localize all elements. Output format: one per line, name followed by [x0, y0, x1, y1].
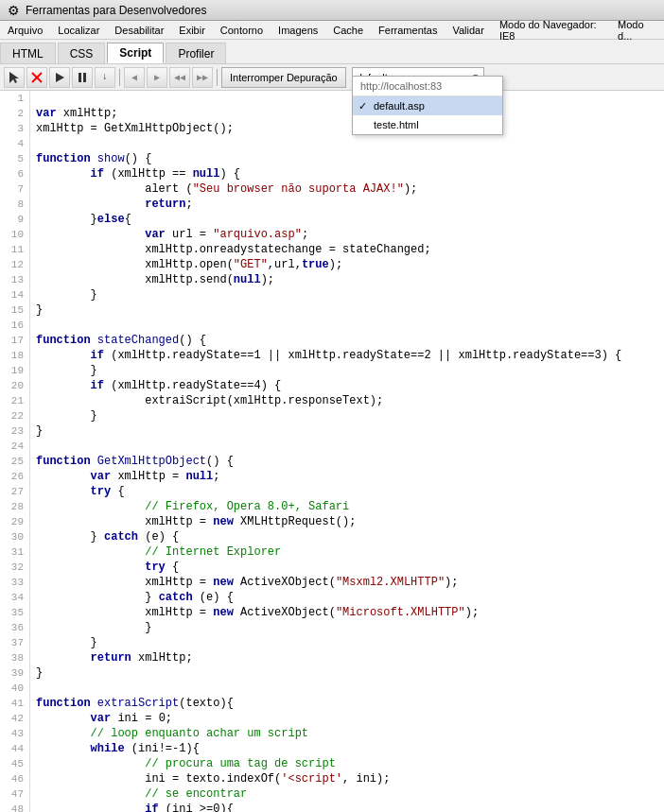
- svg-rect-4: [79, 73, 81, 82]
- play-btn[interactable]: [49, 67, 70, 88]
- code-area[interactable]: 1 2 3 4 5 6 7 8 9 10 11 12 13 14 15 16 1…: [0, 91, 664, 812]
- svg-rect-5: [83, 73, 86, 82]
- cursor-tool-btn[interactable]: [4, 67, 25, 88]
- menu-modo-navegador[interactable]: Modo do Navegador: IE8: [492, 21, 610, 39]
- pause-btn[interactable]: [72, 67, 93, 88]
- nav-back-btn[interactable]: ◀: [124, 67, 145, 88]
- title-text: Ferramentas para Desenvolvedores: [26, 4, 206, 17]
- line-numbers: 1 2 3 4 5 6 7 8 9 10 11 12 13 14 15 16 1…: [0, 91, 30, 812]
- menu-arquivo[interactable]: Arquivo: [0, 21, 50, 39]
- menu-modo-doc[interactable]: Modo d...: [610, 21, 664, 39]
- tab-profiler[interactable]: Profiler: [166, 43, 226, 63]
- tab-bar: HTML CSS Script Profiler: [0, 40, 664, 64]
- nav-prev-btn[interactable]: ◀◀: [169, 67, 190, 88]
- menu-localizar[interactable]: Localizar: [50, 21, 107, 39]
- interromper-btn[interactable]: Interromper Depuração: [221, 67, 346, 88]
- menu-cache[interactable]: Cache: [325, 21, 371, 39]
- nav-next-btn[interactable]: ▶▶: [192, 67, 213, 88]
- tab-script[interactable]: Script: [107, 43, 164, 63]
- tab-html[interactable]: HTML: [0, 43, 56, 63]
- sep1: [119, 69, 120, 86]
- svg-marker-3: [56, 73, 64, 82]
- menu-ferramentas[interactable]: Ferramentas: [371, 21, 445, 39]
- menu-validar[interactable]: Validar: [445, 21, 491, 39]
- code-editor[interactable]: var xmlHttp;xmlHttp = GetXmlHttpObject()…: [30, 91, 664, 812]
- menu-exibir[interactable]: Exibir: [171, 21, 213, 39]
- nav-fwd-btn[interactable]: ▶: [147, 67, 167, 88]
- menu-bar: Arquivo Localizar Desabilitar Exibir Con…: [0, 21, 664, 40]
- step-into-btn[interactable]: ↓: [95, 67, 115, 88]
- dropdown-option-teste[interactable]: teste.html: [353, 115, 502, 134]
- sep2: [217, 69, 218, 86]
- tab-css[interactable]: CSS: [58, 43, 106, 63]
- disable-btn[interactable]: [26, 67, 47, 88]
- menu-desabilitar[interactable]: Desabilitar: [107, 21, 171, 39]
- dropdown-header: http://localhost:83: [353, 77, 502, 96]
- title-icon: ⚙: [8, 3, 20, 18]
- toolbar: ↓ ◀ ▶ ◀◀ ▶▶ Interromper Depuração defaul…: [0, 64, 664, 91]
- menu-imagens[interactable]: Imagens: [271, 21, 325, 39]
- svg-marker-0: [9, 72, 19, 83]
- dropdown-option-default[interactable]: default.asp: [353, 96, 502, 115]
- script-dropdown-popup: http://localhost:83 default.asp teste.ht…: [352, 76, 503, 135]
- menu-contorno[interactable]: Contorno: [213, 21, 271, 39]
